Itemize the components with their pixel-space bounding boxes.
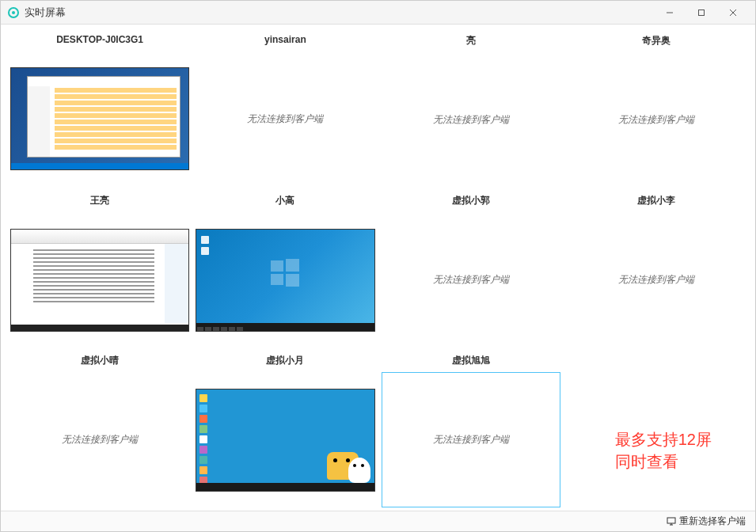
offline-message: 无法连接到客户端: [62, 433, 138, 446]
client-preview[interactable]: 无法连接到客户端: [196, 50, 374, 188]
client-name: 王亮: [90, 194, 109, 207]
client-name: 虚拟小李: [637, 194, 675, 207]
client-preview[interactable]: [10, 50, 189, 188]
client-name: DESKTOP-J0IC3G1: [56, 34, 143, 45]
client-preview[interactable]: [196, 372, 374, 507]
reselect-label: 重新选择客户端: [679, 515, 746, 528]
svg-point-1: [12, 11, 15, 14]
client-preview[interactable]: 无法连接到客户端: [382, 212, 560, 348]
client-preview[interactable]: 无法连接到客户端: [567, 52, 746, 188]
client-name: 亮: [466, 34, 476, 48]
offline-message: 无法连接到客户端: [433, 273, 509, 287]
client-cell[interactable]: 小高: [196, 194, 374, 348]
offline-message: 无法连接到客户端: [618, 273, 694, 287]
client-name: 虚拟小郭: [452, 194, 490, 207]
client-cell[interactable]: 虚拟旭旭无法连接到客户端: [382, 354, 560, 507]
app-window: 实时屏幕 DESKTOP-J0IC3G1 yinsairan无法连接到客户端亮无…: [0, 0, 756, 532]
client-preview[interactable]: 无法连接到客户端: [10, 372, 189, 507]
reselect-clients-button[interactable]: 重新选择客户端: [667, 515, 746, 528]
maximize-button[interactable]: [686, 2, 717, 24]
client-cell[interactable]: 虚拟小月: [196, 354, 374, 507]
minimize-button[interactable]: [654, 2, 686, 24]
client-name: 奇异奥: [642, 34, 671, 48]
window-title: 实时屏幕: [25, 6, 654, 20]
client-preview[interactable]: 无法连接到客户端: [567, 212, 746, 348]
client-cell[interactable]: 虚拟小郭无法连接到客户端: [382, 194, 560, 348]
offline-message: 无法连接到客户端: [433, 113, 509, 127]
offline-message: 无法连接到客户端: [618, 113, 694, 127]
window-controls: [654, 2, 749, 24]
client-preview[interactable]: [567, 354, 746, 507]
titlebar[interactable]: 实时屏幕: [1, 1, 755, 25]
client-preview[interactable]: 无法连接到客户端: [382, 372, 560, 507]
client-cell[interactable]: 亮无法连接到客户端: [382, 34, 560, 188]
client-preview[interactable]: [10, 212, 189, 348]
footer: 重新选择客户端: [1, 511, 755, 531]
client-cell[interactable]: yinsairan无法连接到客户端: [196, 34, 374, 188]
screen-thumbnail[interactable]: [196, 229, 374, 332]
screen-thumbnail[interactable]: [10, 67, 189, 170]
client-cell[interactable]: DESKTOP-J0IC3G1: [10, 34, 189, 188]
offline-message: 无法连接到客户端: [247, 112, 323, 126]
screen-thumbnail[interactable]: [196, 389, 374, 492]
svg-rect-8: [271, 274, 283, 285]
svg-rect-9: [286, 274, 299, 287]
app-icon: [7, 6, 20, 19]
client-preview[interactable]: [196, 212, 374, 348]
svg-rect-3: [699, 10, 705, 15]
client-name: 虚拟旭旭: [452, 354, 490, 367]
grid-content: DESKTOP-J0IC3G1 yinsairan无法连接到客户端亮无法连接到客…: [1, 25, 755, 511]
refresh-icon: [667, 517, 676, 526]
client-cell[interactable]: 虚拟小李无法连接到客户端: [567, 194, 746, 348]
svg-rect-10: [667, 518, 675, 523]
client-cell[interactable]: [567, 354, 746, 507]
client-name: 虚拟小月: [266, 354, 304, 367]
screen-thumbnail[interactable]: [10, 229, 189, 332]
client-name: 小高: [275, 194, 294, 207]
offline-message: 无法连接到客户端: [433, 433, 509, 446]
close-button[interactable]: [717, 2, 749, 24]
client-preview[interactable]: 无法连接到客户端: [382, 52, 560, 188]
client-cell[interactable]: 虚拟小晴无法连接到客户端: [10, 354, 189, 507]
client-cell[interactable]: 奇异奥无法连接到客户端: [567, 34, 746, 188]
client-name: yinsairan: [264, 34, 306, 45]
svg-rect-6: [271, 260, 283, 272]
svg-rect-7: [286, 259, 299, 272]
client-cell[interactable]: 王亮: [10, 194, 189, 348]
client-name: 虚拟小晴: [81, 354, 119, 367]
